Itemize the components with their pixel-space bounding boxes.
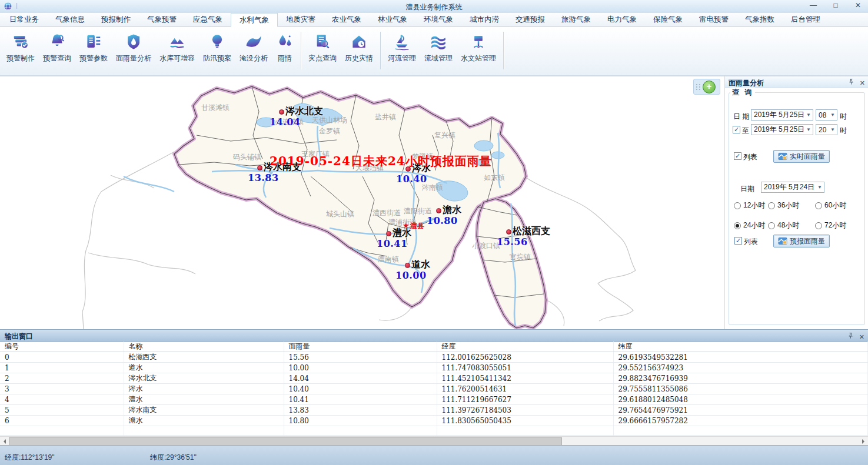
radio-button[interactable] <box>734 222 741 229</box>
to-checkbox[interactable]: ✓ <box>733 126 740 133</box>
output-table[interactable]: 编号名称面雨量经度纬度 0松滋西支15.56112.00162562502829… <box>0 342 868 445</box>
close-icon[interactable]: ✕ <box>860 79 865 87</box>
column-header-编号[interactable]: 编号 <box>0 342 124 352</box>
menu-item-环境气象[interactable]: 环境气象 <box>415 13 461 26</box>
tool-历史灾情[interactable]: 历史灾情 <box>341 31 377 66</box>
station-name-松滋西支: 松滋西支 <box>513 225 550 237</box>
menu-item-气象指数[interactable]: 气象指数 <box>737 13 783 26</box>
start-date-select[interactable]: 2019年 5月25日 ▼ <box>751 109 813 121</box>
column-header-经度[interactable]: 经度 <box>437 342 613 352</box>
disaster-history-icon <box>350 33 368 51</box>
table-row[interactable]: 5涔水南支13.83111.39726718450329.76544769759… <box>0 405 868 416</box>
area-rain-icon <box>125 33 142 51</box>
tool-预警查询[interactable]: 预警查询 <box>39 31 75 66</box>
radio-option-24小时[interactable]: 24小时 <box>734 220 768 230</box>
menu-item-预报制作[interactable]: 预报制作 <box>93 13 139 26</box>
menu-item-地质灾害[interactable]: 地质灾害 <box>278 13 324 26</box>
radio-button[interactable] <box>768 202 775 209</box>
start-hour-select[interactable]: 08 ▼ <box>816 109 837 121</box>
tool-预警制作[interactable]: 预警制作 <box>2 31 39 66</box>
menu-item-林业气象[interactable]: 林业气象 <box>370 13 415 26</box>
table-row[interactable]: 3涔水10.40111.7620051463129.7555811355086 <box>0 384 868 394</box>
table-header-row: 编号名称面雨量经度纬度 <box>0 342 868 352</box>
map-area[interactable]: 甘溪滩镇火连坡镇天供山林场金罗镇盐井镇复兴镇码头铺镇王家厂镇大堰垱镇梦溪镇涔南镇… <box>0 76 723 329</box>
table-row[interactable]: 0松滋西支15.56112.00162562502829.61935495322… <box>0 352 868 363</box>
tool-灾点查询[interactable]: 灾点查询 <box>304 31 341 66</box>
tool-label: 灾点查询 <box>308 53 337 63</box>
close-button[interactable]: ✕ <box>854 1 862 9</box>
menu-item-气象预警[interactable]: 气象预警 <box>139 13 185 26</box>
tool-雨情[interactable]: 雨情 <box>272 31 298 66</box>
radio-option-48小时[interactable]: 48小时 <box>768 220 815 230</box>
end-date-select[interactable]: 2019年 5月25日 ▼ <box>751 124 813 135</box>
tool-淹没分析[interactable]: 淹没分析 <box>235 31 272 66</box>
radio-option-12小时[interactable]: 12小时 <box>734 200 768 210</box>
tool-流域管理[interactable]: 流域管理 <box>420 31 457 66</box>
station-value-涔水北支: 14.04 <box>270 116 301 128</box>
table-row[interactable]: 2涔水北支14.04111.45210541134229.88234767169… <box>0 373 868 384</box>
town-label-复兴镇: 复兴镇 <box>434 131 455 140</box>
table-row[interactable]: 1道水10.00111.74708305505129.552156374923 <box>0 363 868 373</box>
tool-防汛预案[interactable]: 防汛预案 <box>199 31 235 66</box>
tool-面雨量分析[interactable]: 面雨量分析 <box>112 31 155 66</box>
radio-option-72小时[interactable]: 72小时 <box>815 220 862 230</box>
table-cell: 1 <box>0 363 124 373</box>
output-window: 输出窗口 ✕ 编号名称面雨量经度纬度 0松滋西支15.56112.0016256… <box>0 329 868 445</box>
menu-item-保险气象[interactable]: 保险气象 <box>645 13 691 26</box>
menu-item-电力气象[interactable]: 电力气象 <box>599 13 645 26</box>
station-value-澹水: 10.80 <box>427 215 458 226</box>
add-layer-button[interactable]: + <box>703 81 716 93</box>
to-label: 至 <box>742 126 749 136</box>
pin-icon[interactable] <box>847 332 854 342</box>
scroll-right-button[interactable] <box>859 437 868 446</box>
tool-水库可增容[interactable]: 水库可增容 <box>155 31 199 66</box>
menu-item-应急气象[interactable]: 应急气象 <box>185 13 231 26</box>
radio-button[interactable] <box>734 202 741 209</box>
scrollbar-thumb[interactable] <box>9 437 562 446</box>
column-header-纬度[interactable]: 纬度 <box>613 342 868 352</box>
menu-item-农业气象[interactable]: 农业气象 <box>324 13 370 26</box>
menu-item-雷电预警[interactable]: 雷电预警 <box>691 13 737 26</box>
rain-icon <box>276 33 294 51</box>
end-hour-select[interactable]: 20 ▼ <box>816 124 837 135</box>
table-row[interactable]: 4澧水10.41111.71121966762729.6188012485048 <box>0 394 868 405</box>
realtime-rain-button[interactable]: 实时面雨量 <box>773 150 830 163</box>
pin-icon[interactable] <box>848 78 854 88</box>
maximize-button[interactable]: □ <box>832 1 840 9</box>
forecast-date-select[interactable]: 2019年 5月24日 ▼ <box>761 182 824 193</box>
close-icon[interactable]: ✕ <box>859 333 864 341</box>
tool-河流管理[interactable]: 河流管理 <box>384 31 420 66</box>
panel-header: 面雨量分析 ✕ <box>725 76 868 88</box>
window-controls: — □ ✕ <box>809 1 862 9</box>
minimize-button[interactable]: — <box>809 1 817 9</box>
radio-button[interactable] <box>768 222 775 229</box>
town-label-澧西街道: 澧西街道 <box>373 208 401 218</box>
column-header-名称[interactable]: 名称 <box>124 342 284 352</box>
menu-item-水利气象[interactable]: 水利气象 <box>231 13 278 27</box>
radio-option-60小时[interactable]: 60小时 <box>815 200 862 210</box>
menu-item-气象信息[interactable]: 气象信息 <box>47 13 93 26</box>
table-cell <box>437 426 613 436</box>
toolbar-group: 预警制作预警查询预警参数面雨量分析水库可增容防汛预案淹没分析雨情 <box>2 31 298 66</box>
radio-option-36小时[interactable]: 36小时 <box>768 200 815 210</box>
table-cell: 松滋西支 <box>124 352 284 363</box>
menu-item-交通预报[interactable]: 交通预报 <box>507 13 553 26</box>
menu-item-旅游气象[interactable]: 旅游气象 <box>553 13 599 26</box>
table-cell: 112.001625625028 <box>437 352 613 363</box>
radio-button[interactable] <box>815 202 822 209</box>
menu-item-城市内涝[interactable]: 城市内涝 <box>461 13 507 26</box>
scroll-left-button[interactable] <box>0 437 9 446</box>
column-header-面雨量[interactable]: 面雨量 <box>284 342 437 352</box>
horizontal-scrollbar[interactable] <box>0 436 868 446</box>
forecast-list-checkbox[interactable]: ✓ <box>734 237 742 245</box>
table-cell: 15.56 <box>284 352 437 363</box>
menu-item-后台管理[interactable]: 后台管理 <box>783 13 829 26</box>
tool-水文站管理[interactable]: 水文站管理 <box>457 31 500 66</box>
forecast-rain-button[interactable]: 预报面雨量 <box>773 235 830 247</box>
table-row[interactable]: 6澹水10.80111.83056505043529.6666157957282 <box>0 416 868 426</box>
menu-item-日常业务[interactable]: 日常业务 <box>1 13 47 26</box>
realtime-list-checkbox[interactable]: ✓ <box>734 152 741 160</box>
tool-预警参数[interactable]: 预警参数 <box>75 31 112 66</box>
table-cell: 111.76200514631 <box>437 384 613 394</box>
radio-button[interactable] <box>815 222 822 229</box>
